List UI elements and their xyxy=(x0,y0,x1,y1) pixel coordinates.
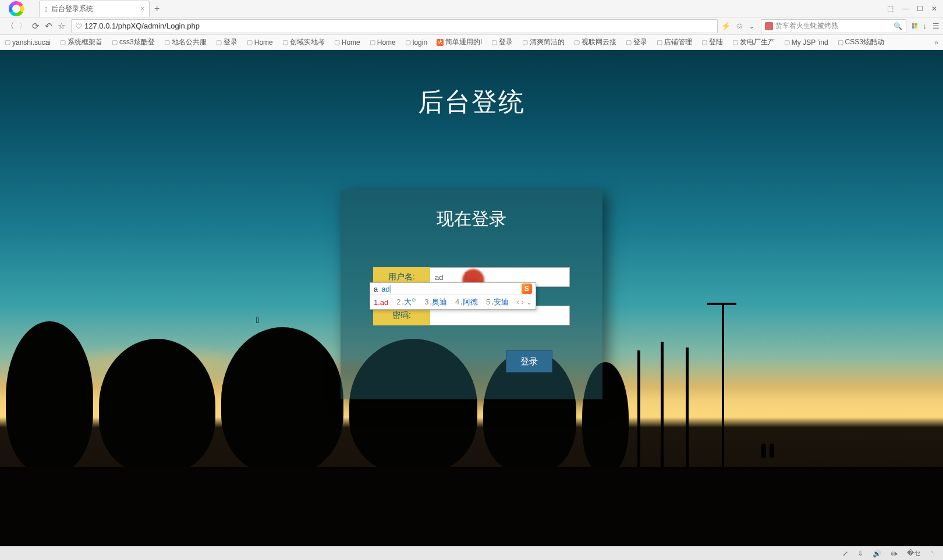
status-sound-icon[interactable]: 🔊 xyxy=(873,550,881,558)
bookmark-item[interactable]: ▢My JSP 'ind xyxy=(784,38,828,47)
ime-popup[interactable]: a ad S 1.ad 2.大⊘ 3.奥迪 4.阿德 5.安迪 ‹ › ⌄ xyxy=(370,282,536,310)
address-bar: 〈 〉 ⟳ ↶ ☆ 🛡 127.0.0.1/phpXQ/admin/Login.… xyxy=(0,17,943,35)
window-skin-icon[interactable]: ⬚ xyxy=(887,5,894,13)
status-zoom-icon[interactable]: �セ xyxy=(907,548,921,558)
window-titlebar: ▯ 后台登录系统 × + ⬚ — ☐ ✕ xyxy=(0,0,943,17)
tab-close-icon[interactable]: × xyxy=(140,5,144,13)
bookmark-item[interactable]: ▢Home xyxy=(334,38,360,47)
search-engine-icon xyxy=(765,22,773,30)
background-pole xyxy=(686,348,689,467)
background-tree xyxy=(6,321,93,473)
nav-favorite-button[interactable]: ☆ xyxy=(55,21,68,31)
ime-candidate[interactable]: 4.阿德 xyxy=(455,297,478,307)
download-icon[interactable]: ↓ xyxy=(923,22,927,30)
browser-logo[interactable] xyxy=(0,0,32,17)
new-tab-button[interactable]: + xyxy=(154,3,159,14)
browser-search-input[interactable]: 货车着火生蚝被烤熟 🔍 xyxy=(761,19,906,33)
status-note-icon[interactable]: 🕪 xyxy=(891,550,898,558)
url-text: 127.0.0.1/phpXQ/admin/Login.php xyxy=(84,22,200,30)
url-input[interactable]: 🛡 127.0.0.1/phpXQ/admin/Login.php xyxy=(71,19,718,33)
bookmark-item[interactable]: ▢css3炫酷登 xyxy=(112,37,155,47)
bookmark-item[interactable]: ▢发电厂生产 xyxy=(732,37,775,47)
bookmark-item[interactable]: ▢CSS3炫酷动 xyxy=(838,37,884,47)
nav-forward-button[interactable]: 〉 xyxy=(16,20,29,31)
ime-prev-icon[interactable]: ‹ xyxy=(517,298,519,306)
window-close-icon[interactable]: ✕ xyxy=(931,5,937,13)
ime-composition-row: a ad S xyxy=(370,283,536,295)
window-maximize-icon[interactable]: ☐ xyxy=(917,5,923,13)
background-bird: 𓅮 xyxy=(256,315,260,325)
bookmark-item[interactable]: ▢系统框架首 xyxy=(60,37,102,47)
login-button[interactable]: 登录 xyxy=(506,350,552,373)
ime-next-icon[interactable]: › xyxy=(522,298,524,306)
background-streetlight xyxy=(722,304,724,467)
ime-candidate[interactable]: 1.ad xyxy=(374,298,388,307)
background-tree xyxy=(221,327,343,473)
login-card-title: 现在登录 xyxy=(341,207,602,231)
bookmark-item[interactable]: ▢登录 xyxy=(491,37,513,47)
bookmark-item[interactable]: ▢创域实地考 xyxy=(282,37,325,47)
status-refresh-icon[interactable]: ⤢ xyxy=(842,550,848,558)
tab-title: 后台登录系统 xyxy=(51,4,93,14)
bookmark-item[interactable]: ▢Home xyxy=(247,38,273,47)
ime-candidate[interactable]: 5.安迪 xyxy=(486,297,509,307)
bookmark-item[interactable]: ▢登录 xyxy=(626,37,647,47)
ime-prefix: a xyxy=(374,285,378,293)
star-outline-icon[interactable]: ✩ xyxy=(736,22,743,30)
bookmark-item[interactable]: ▢登录 xyxy=(216,37,237,47)
window-minimize-icon[interactable]: — xyxy=(902,5,909,13)
ime-candidate[interactable]: 3.奥迪 xyxy=(424,297,447,307)
nav-undo-button[interactable]: ↶ xyxy=(42,21,55,31)
bookmark-item[interactable]: 火简单通用的l xyxy=(437,37,482,47)
ime-caret xyxy=(391,285,391,293)
bookmark-item[interactable]: ▢yanshi.sucai xyxy=(5,38,51,47)
ime-candidates-row: 1.ad 2.大⊘ 3.奥迪 4.阿德 5.安迪 ‹ › ⌄ xyxy=(370,295,536,309)
bookmarks-overflow-icon[interactable]: » xyxy=(934,38,938,47)
sogou-logo-icon: S xyxy=(522,283,532,294)
search-placeholder: 货车着火生蚝被烤熟 xyxy=(775,21,838,31)
bookmark-item[interactable]: ▢视联网云接 xyxy=(574,37,616,47)
browser-tab[interactable]: ▯ 后台登录系统 × xyxy=(39,1,150,17)
background-tree xyxy=(99,339,215,473)
page-heading: 后台登统 xyxy=(418,85,525,119)
background-pole xyxy=(661,342,664,467)
search-icon[interactable]: 🔍 xyxy=(894,22,902,30)
ime-menu-icon[interactable]: ⌄ xyxy=(526,298,532,306)
ime-composition: ad xyxy=(381,285,389,293)
bookmark-item[interactable]: ▢地名公共服 xyxy=(164,37,207,47)
menu-icon[interactable]: ☰ xyxy=(933,22,940,30)
dropdown-icon[interactable]: ⌄ xyxy=(749,22,755,30)
background-people xyxy=(757,444,780,467)
bookmark-item[interactable]: ▢login xyxy=(405,38,427,47)
apps-grid-icon[interactable] xyxy=(912,23,917,29)
security-icon: 🛡 xyxy=(75,22,82,30)
bookmark-item[interactable]: ▢店铺管理 xyxy=(657,37,692,47)
browser-statusbar: ⤢ ⇩ 🔊 🕪 �セ ␋ xyxy=(0,546,943,560)
status-more-icon[interactable]: ␋ xyxy=(930,550,936,558)
bookmark-item[interactable]: ▢Home xyxy=(370,38,396,47)
ime-nav: ‹ › ⌄ xyxy=(517,298,532,306)
window-controls: ⬚ — ☐ ✕ xyxy=(887,5,943,13)
page-content: 𓅮 后台登统 现在登录 用户名: 密码: 登录 I a ad S 1.ad 2.… xyxy=(0,50,943,560)
background-pole xyxy=(637,350,640,467)
nav-back-button[interactable]: 〈 xyxy=(3,20,16,31)
nav-reload-button[interactable]: ⟳ xyxy=(29,21,42,31)
bookmark-item[interactable]: ▢登陆 xyxy=(701,37,723,47)
status-download-icon[interactable]: ⇩ xyxy=(857,550,863,558)
flash-icon[interactable]: ⚡ xyxy=(721,22,731,30)
ime-candidate[interactable]: 2.大⊘ xyxy=(396,297,416,307)
bookmark-item[interactable]: ▢清爽简洁的 xyxy=(522,37,565,47)
page-icon: ▯ xyxy=(44,5,48,13)
bookmarks-bar: ▢yanshi.sucai ▢系统框架首 ▢css3炫酷登 ▢地名公共服 ▢登录… xyxy=(0,35,943,50)
